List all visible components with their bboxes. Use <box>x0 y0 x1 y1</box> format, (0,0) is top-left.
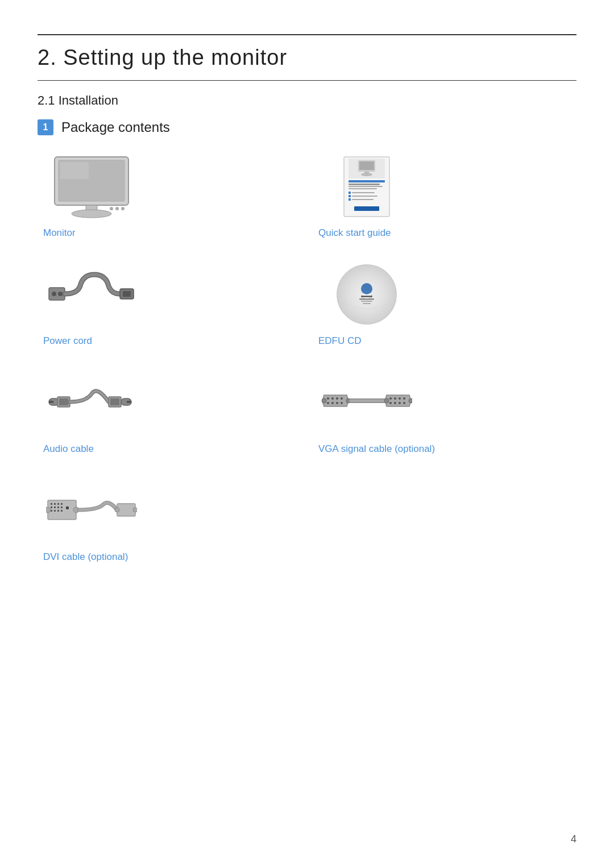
edfu-image <box>318 260 415 329</box>
monitor-label: Monitor <box>43 227 76 239</box>
svg-point-61 <box>403 397 405 400</box>
svg-rect-41 <box>59 398 68 405</box>
svg-point-82 <box>46 507 51 513</box>
svg-point-62 <box>389 402 392 404</box>
vgacable-image <box>318 368 415 437</box>
svg-point-64 <box>399 402 401 404</box>
svg-rect-21 <box>352 196 377 197</box>
svg-rect-71 <box>57 503 59 505</box>
svg-rect-20 <box>349 195 351 197</box>
svg-point-51 <box>327 402 329 404</box>
svg-rect-78 <box>54 510 56 512</box>
svg-rect-74 <box>54 506 56 508</box>
dvicable-image <box>43 476 140 545</box>
powercord-icon <box>46 266 137 323</box>
section-title: 2.1 Installation <box>38 93 576 108</box>
svg-rect-16 <box>349 186 383 187</box>
svg-rect-24 <box>354 206 379 211</box>
svg-rect-19 <box>352 192 375 193</box>
quickstart-label: Quick start guide <box>318 227 391 239</box>
package-badge: 1 <box>38 119 53 135</box>
audiocable-label: Audio cable <box>43 443 94 455</box>
list-item: DVI cable (optional) <box>43 476 301 563</box>
quickstart-image <box>318 152 415 221</box>
svg-point-60 <box>399 397 401 400</box>
dvicable-icon <box>46 488 137 533</box>
svg-rect-35 <box>359 298 374 300</box>
svg-point-67 <box>409 398 412 403</box>
dvicable-label: DVI cable (optional) <box>43 551 128 563</box>
svg-point-5 <box>110 207 113 210</box>
svg-point-6 <box>115 207 119 210</box>
svg-point-26 <box>52 292 56 296</box>
package-header: 1 Package contents <box>38 119 576 135</box>
svg-rect-14 <box>349 180 385 182</box>
svg-rect-11 <box>359 161 374 170</box>
edfu-icon <box>330 263 404 326</box>
svg-point-33 <box>361 283 372 294</box>
items-grid: Monitor <box>43 152 576 584</box>
svg-rect-45 <box>127 401 131 403</box>
svg-point-65 <box>403 402 405 404</box>
svg-rect-29 <box>123 291 131 297</box>
svg-rect-18 <box>349 192 351 194</box>
svg-rect-2 <box>60 162 89 179</box>
vgacable-label: VGA signal cable (optional) <box>318 443 435 455</box>
page-number: 4 <box>571 833 576 845</box>
svg-point-53 <box>336 402 338 404</box>
svg-rect-76 <box>61 506 63 508</box>
svg-rect-79 <box>57 510 59 512</box>
audiocable-icon <box>46 377 137 428</box>
section-divider <box>38 80 576 81</box>
edfu-label: EDFU CD <box>318 335 362 347</box>
svg-rect-73 <box>51 506 52 508</box>
list-item: Quick start guide <box>318 152 576 239</box>
svg-point-59 <box>394 397 396 400</box>
svg-rect-69 <box>51 503 52 505</box>
svg-rect-70 <box>54 503 56 505</box>
svg-rect-80 <box>61 510 63 512</box>
svg-point-66 <box>384 398 389 403</box>
svg-point-55 <box>322 398 326 403</box>
svg-rect-39 <box>49 401 53 403</box>
svg-rect-17 <box>349 188 377 189</box>
svg-rect-75 <box>57 506 59 508</box>
page-container: 2. Setting up the monitor 2.1 Installati… <box>0 0 614 618</box>
powercord-image <box>43 260 140 329</box>
monitor-image <box>43 152 140 221</box>
list-item: Audio cable <box>43 368 301 455</box>
page-title: 2. Setting up the monitor <box>38 45 576 70</box>
svg-rect-22 <box>349 198 351 201</box>
svg-point-27 <box>58 292 63 296</box>
powercord-label: Power cord <box>43 335 92 347</box>
svg-rect-15 <box>349 184 380 185</box>
svg-rect-84 <box>117 504 135 516</box>
monitor-icon <box>46 154 137 219</box>
svg-point-50 <box>341 397 343 400</box>
svg-rect-81 <box>66 506 69 509</box>
svg-point-4 <box>72 210 111 218</box>
list-item: Power cord <box>43 260 301 347</box>
svg-point-85 <box>115 508 119 512</box>
svg-point-86 <box>133 508 137 512</box>
svg-rect-72 <box>61 503 63 505</box>
svg-rect-37 <box>363 303 371 304</box>
svg-rect-23 <box>352 199 374 200</box>
list-item: VGA signal cable (optional) <box>318 368 576 455</box>
svg-rect-36 <box>361 301 372 302</box>
svg-rect-34 <box>361 296 372 297</box>
list-item: Monitor <box>43 152 301 239</box>
svg-point-47 <box>327 397 329 400</box>
svg-point-63 <box>394 402 396 404</box>
svg-rect-43 <box>110 398 119 405</box>
svg-point-54 <box>341 402 343 404</box>
top-divider <box>38 34 576 35</box>
svg-point-58 <box>389 397 392 400</box>
svg-point-7 <box>121 207 125 210</box>
package-title: Package contents <box>61 119 170 135</box>
svg-point-13 <box>361 173 372 176</box>
list-item: EDFU CD <box>318 260 576 347</box>
vgacable-icon <box>321 377 412 428</box>
quickstart-icon <box>333 154 401 219</box>
svg-point-48 <box>331 397 334 400</box>
